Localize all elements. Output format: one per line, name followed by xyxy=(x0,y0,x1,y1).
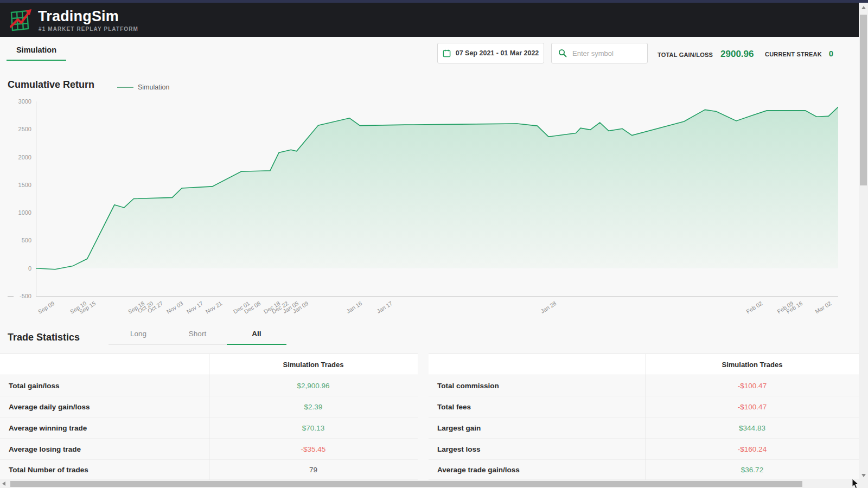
table-header: Simulation Trades xyxy=(209,354,418,375)
stats-tab-all-underline xyxy=(227,344,286,345)
tradingsim-logo-icon xyxy=(8,7,34,33)
table-row-value: $2,900.96 xyxy=(209,375,418,396)
table-row-label: Largest gain xyxy=(429,418,646,439)
table-row-label: Average losing trade xyxy=(0,439,209,460)
total-gain-value: 2900.96 xyxy=(720,49,754,60)
x-tick-label: Jan 16 xyxy=(345,300,363,314)
scroll-up-arrow-icon[interactable] xyxy=(861,6,866,9)
x-tick-label: Nov 21 xyxy=(205,300,224,315)
table-row-label: Average trade gain/loss xyxy=(429,460,646,480)
x-tick-label: Nov 03 xyxy=(165,300,184,315)
y-tick-label: 3000 xyxy=(3,98,31,105)
date-range-text: 07 Sep 2021 - 01 Mar 2022 xyxy=(456,49,539,57)
current-streak-value: 0 xyxy=(829,49,833,58)
table-column-separator xyxy=(209,354,209,480)
table-row-value: 79 xyxy=(209,460,418,480)
y-tick-label: -500 xyxy=(3,293,31,299)
x-tick-label: Jan 17 xyxy=(375,300,393,314)
x-tick-label: Sep 09 xyxy=(37,300,56,315)
table-row-value: -$100.47 xyxy=(646,375,859,396)
total-gain-label: TOTAL GAIN/LOSS xyxy=(658,52,713,58)
brand-name: TradingSim xyxy=(38,8,119,25)
table-row-value: $2.39 xyxy=(209,396,418,418)
tab-simulation[interactable]: Simulation xyxy=(7,46,66,54)
table-row-label: Total fees xyxy=(429,396,646,418)
y-tick-label: 2000 xyxy=(3,154,31,160)
calendar-icon xyxy=(443,49,451,57)
table-row-value: $344.83 xyxy=(646,418,859,439)
stats-tab-long[interactable]: Long xyxy=(108,330,168,344)
table-header: Simulation Trades xyxy=(646,354,859,375)
table-column-separator xyxy=(646,354,646,480)
brand-tagline: #1 MARKET REPLAY PLATFORM xyxy=(39,26,138,32)
x-tick-label: Feb 02 xyxy=(745,300,763,315)
cumulative-return-area-chart xyxy=(36,101,838,297)
stats-tab-all[interactable]: All xyxy=(227,330,286,344)
y-tick-label: 1000 xyxy=(3,209,31,216)
scrollbar-corner xyxy=(859,480,868,488)
table-header-blank xyxy=(0,354,209,375)
vertical-scrollbar-thumb[interactable] xyxy=(860,15,867,185)
table-row-label: Average daily gain/loss xyxy=(0,396,209,418)
table-row-label: Total Number of trades xyxy=(0,460,209,480)
symbol-search-input[interactable] xyxy=(572,49,637,57)
x-tick-label: Mar 02 xyxy=(814,300,832,314)
mouse-cursor xyxy=(852,478,859,488)
y-tick-label: 0 xyxy=(3,265,31,272)
table-row-value: -$100.47 xyxy=(646,396,859,418)
legend-label: Simulation xyxy=(138,84,169,91)
table-header-blank xyxy=(429,354,646,375)
app-header: TradingSim #1 MARKET REPLAY PLATFORM xyxy=(0,3,868,37)
table-row-label: Largest loss xyxy=(429,439,646,460)
scroll-down-arrow-icon[interactable] xyxy=(861,474,866,477)
symbol-search-box[interactable] xyxy=(551,43,648,63)
date-range-picker[interactable]: 07 Sep 2021 - 01 Mar 2022 xyxy=(437,43,544,63)
table-row-label: Total commission xyxy=(429,375,646,396)
horizontal-scrollbar-thumb[interactable] xyxy=(10,481,802,487)
search-icon xyxy=(558,49,567,57)
stats-title: Trade Statistics xyxy=(8,332,80,343)
table-row-value: -$35.45 xyxy=(209,439,418,460)
legend-line-swatch xyxy=(117,87,133,88)
tab-simulation-underline xyxy=(7,60,66,61)
x-tick-label: Jan 28 xyxy=(539,300,557,314)
y-tick-label: 500 xyxy=(3,237,31,243)
stats-tab-short[interactable]: Short xyxy=(168,330,227,344)
y-tick-label: 2500 xyxy=(3,126,31,132)
horizontal-scrollbar[interactable] xyxy=(0,480,859,488)
table-row-value: $70.13 xyxy=(209,418,418,439)
table-row-label: Average winning trade xyxy=(0,418,209,439)
current-streak-label: CURRENT STREAK xyxy=(765,51,822,57)
vertical-scrollbar[interactable] xyxy=(859,3,868,480)
x-tick-label: Nov 17 xyxy=(186,300,205,315)
y-tick-label: 1500 xyxy=(3,182,31,188)
table-row-value: $36.72 xyxy=(646,460,859,480)
scroll-left-arrow-icon[interactable] xyxy=(2,481,5,486)
table-row-value: -$160.24 xyxy=(646,439,859,460)
chart-legend: Simulation xyxy=(117,84,169,91)
chart-title: Cumulative Return xyxy=(8,79,94,91)
table-row-label: Total gain/loss xyxy=(0,375,209,396)
